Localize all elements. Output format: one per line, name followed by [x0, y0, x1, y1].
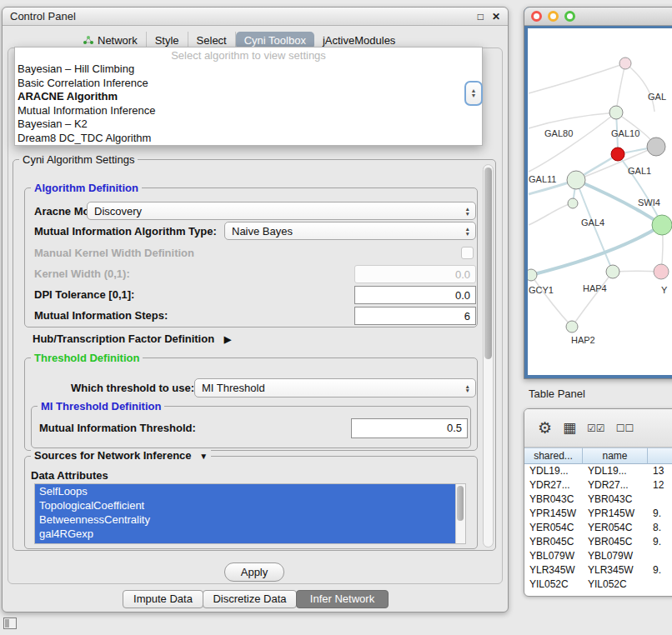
cell-value: 13 — [648, 464, 672, 478]
network-node[interactable] — [528, 269, 537, 281]
network-node[interactable] — [568, 198, 578, 208]
list-item[interactable]: BetweennessCentrality — [35, 512, 465, 527]
network-edge[interactable] — [625, 63, 654, 112]
list-scrollbar[interactable] — [455, 484, 465, 543]
network-graph: GAL GAL80 GAL10 GAL11 GAL1 SWI4 GAL4 GCY… — [528, 28, 672, 375]
mi-type-label: Mutual Information Algorithm Type: — [34, 225, 217, 238]
cell-shared-name: YDL19... — [524, 464, 583, 478]
list-item[interactable]: gal4RGexp — [35, 527, 465, 541]
threshold-definition-title: Threshold Definition — [31, 352, 143, 364]
tab-label: Cyni Toolbox — [244, 34, 306, 47]
table-row[interactable]: YIL052CYIL052C — [524, 578, 672, 592]
aracne-mode-select[interactable]: Discovery ▲▼ — [87, 202, 476, 220]
column-header-name[interactable]: name — [583, 448, 648, 464]
combo-arrows-icon: ▲▼ — [465, 207, 470, 216]
deselect-all-checkboxes-icon[interactable]: ☐☐ — [616, 422, 634, 434]
network-edge[interactable] — [531, 275, 572, 327]
panel-dock-icon[interactable] — [3, 618, 17, 629]
network-node[interactable] — [652, 215, 672, 235]
sources-section-toggle[interactable]: Sources for Network Inference ▼ — [31, 449, 211, 462]
node-label: GAL4 — [581, 218, 604, 228]
which-threshold-value: MI Threshold — [202, 382, 265, 394]
mi-threshold-field[interactable]: 0.5 — [351, 418, 468, 438]
dpi-tolerance-field[interactable]: 0.0 — [354, 286, 476, 304]
network-node[interactable] — [566, 321, 578, 332]
select-all-checkboxes-icon[interactable]: ☑☑ — [587, 422, 605, 434]
mi-steps-field[interactable]: 6 — [354, 307, 476, 325]
network-view-window: GAL GAL80 GAL10 GAL11 GAL1 SWI4 GAL4 GCY… — [524, 7, 672, 379]
tab-impute-data[interactable]: Impute Data — [123, 590, 203, 608]
network-node[interactable] — [647, 138, 665, 156]
columns-icon[interactable]: ▦ — [563, 419, 576, 437]
cell-shared-name: YIL052C — [524, 578, 583, 592]
mi-steps-label: Mutual Information Steps: — [34, 309, 168, 322]
table-row[interactable]: YDR27...YDR27...12 — [524, 478, 672, 492]
table-row[interactable]: YER054CYER054C8. — [524, 521, 672, 535]
network-edge[interactable] — [529, 63, 625, 93]
list-item-clipped[interactable] — [35, 541, 465, 544]
network-node-highlighted[interactable] — [611, 148, 624, 161]
cell-shared-name: YBR043C — [524, 492, 583, 507]
network-node[interactable] — [609, 106, 623, 119]
mi-type-select[interactable]: Naive Bayes ▲▼ — [224, 222, 476, 240]
apply-button[interactable]: Apply — [224, 562, 284, 582]
network-canvas[interactable]: GAL GAL80 GAL10 GAL11 GAL1 SWI4 GAL4 GCY… — [528, 28, 672, 375]
network-edge[interactable] — [529, 203, 573, 225]
settings-scrollbar-thumb[interactable] — [484, 168, 492, 359]
tab-discretize-data[interactable]: Discretize Data — [203, 590, 297, 608]
algorithm-option[interactable]: Bayesian – Hill Climbing — [15, 62, 482, 77]
column-header-clipped[interactable] — [648, 448, 672, 464]
table-row[interactable]: YPR145WYPR145W9. — [524, 507, 672, 521]
algorithm-combobox-button[interactable]: ▲ ▼ — [464, 81, 483, 106]
network-window-titlebar[interactable] — [524, 8, 672, 26]
algorithm-option[interactable]: Dream8 DC_TDC Algorithm — [15, 132, 482, 146]
table-row[interactable]: YBR045CYBR045C9. — [524, 535, 672, 549]
hub-section-toggle[interactable]: Hub/Transcription Factor Definition ▶ — [33, 332, 231, 345]
which-threshold-select[interactable]: MI Threshold ▲▼ — [194, 378, 476, 398]
tab-label: Network — [98, 34, 138, 47]
table-panel-window: ⚙ ▦ ☑☑ ☐☐ shared... name YDL19...YDL19..… — [524, 408, 672, 597]
table-row[interactable]: YBR043CYBR043C — [524, 492, 672, 507]
algorithm-definition-title: Algorithm Definition — [31, 182, 142, 194]
list-item[interactable]: SelfLoops — [35, 484, 465, 498]
node-label: GCY1 — [529, 285, 554, 295]
settings-scrollbar[interactable] — [483, 164, 494, 548]
network-node[interactable] — [606, 265, 619, 278]
tab-infer-network[interactable]: Infer Network — [296, 590, 389, 608]
table-row[interactable]: YBL079WYBL079W — [524, 549, 672, 563]
network-edge[interactable] — [616, 63, 625, 112]
list-item[interactable]: TopologicalCoefficient — [35, 498, 465, 512]
table-row[interactable]: YDL19...YDL19...13 — [524, 464, 672, 478]
manual-kernel-checkbox[interactable] — [461, 247, 474, 259]
cell-name: YBR045C — [583, 535, 648, 549]
algorithm-option[interactable]: Mutual Information Inference — [15, 104, 482, 118]
zoom-traffic-light-icon[interactable] — [564, 11, 575, 22]
close-traffic-light-icon[interactable] — [531, 11, 542, 22]
network-edge[interactable] — [618, 154, 662, 225]
list-scrollbar-thumb[interactable] — [457, 486, 464, 521]
cell-name: YDR27... — [583, 478, 648, 492]
algorithm-option[interactable]: Basic Correlation Inference — [15, 77, 482, 91]
algorithm-option[interactable]: Bayesian – K2 — [15, 118, 482, 132]
column-header-shared-name[interactable]: shared... — [524, 448, 583, 464]
cell-value: 9. — [648, 507, 672, 521]
minimize-traffic-light-icon[interactable] — [548, 11, 559, 22]
cell-shared-name: YLR345W — [524, 563, 583, 578]
node-label: SWI4 — [638, 198, 660, 208]
network-node[interactable] — [567, 171, 585, 189]
data-attributes-list[interactable]: SelfLoops TopologicalCoefficient Between… — [34, 483, 466, 544]
gear-icon[interactable]: ⚙ — [538, 418, 552, 438]
network-edge[interactable] — [529, 112, 616, 128]
network-node[interactable] — [619, 58, 631, 69]
float-window-icon[interactable]: □ — [478, 11, 484, 22]
algorithm-option-selected[interactable]: ARACNE Algorithm — [15, 90, 482, 104]
close-icon[interactable]: ✕ — [492, 11, 500, 22]
table-header-row: shared... name — [524, 448, 672, 464]
control-panel-titlebar[interactable]: Control Panel □ ✕ — [3, 8, 508, 26]
table-row[interactable]: YLR345WYLR345W9. — [524, 563, 672, 578]
cell-value: 9. — [648, 535, 672, 549]
network-node[interactable] — [654, 264, 669, 279]
network-edge[interactable] — [572, 272, 613, 327]
kernel-width-field[interactable]: 0.0 — [354, 265, 476, 283]
cell-name: YBL079W — [583, 549, 648, 563]
